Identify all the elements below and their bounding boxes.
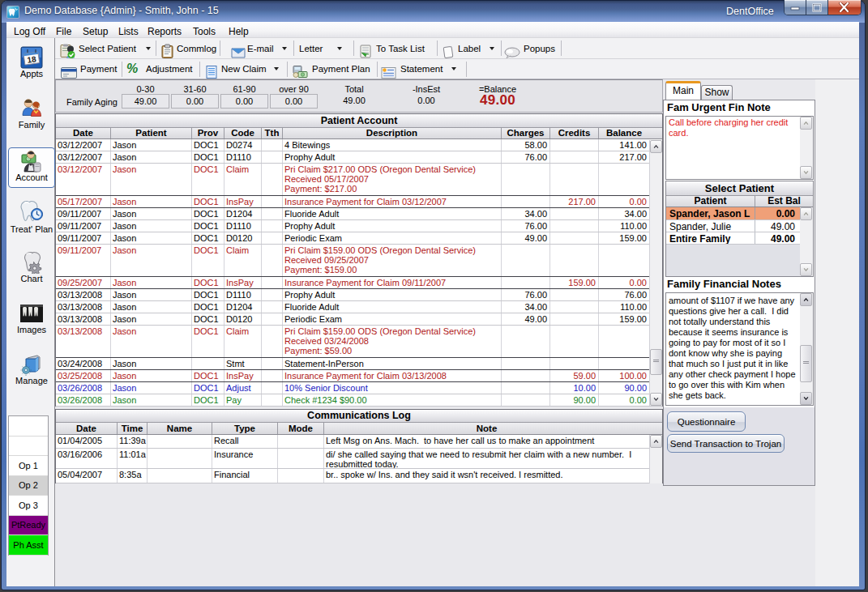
svg-text:18: 18 xyxy=(27,54,37,65)
